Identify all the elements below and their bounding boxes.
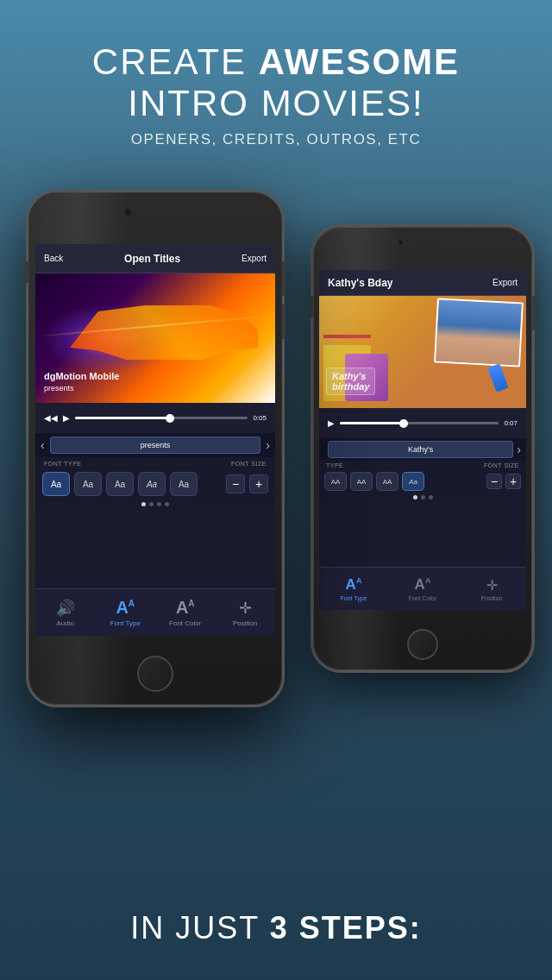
- sec-progress-bar[interactable]: [340, 422, 499, 424]
- phone-main-home[interactable]: [137, 656, 173, 692]
- font-size-minus-btn[interactable]: −: [226, 474, 245, 493]
- phone-secondary-title: Kathy's Bday: [328, 277, 393, 289]
- progress-fill: [75, 417, 170, 419]
- phone-secondary: Kathy's Bday Export Kathy'sbirthday: [310, 224, 535, 673]
- phone-main-screen: Back Open Titles Export dgMotion Mobile …: [35, 244, 275, 636]
- sec-font-btn-3[interactable]: AA: [376, 472, 398, 491]
- sec-font-size-minus[interactable]: −: [486, 474, 502, 489]
- phone-main-font-controls: FONT TYPE FONT SIZE Aa Aa Aa Aa Aa − +: [35, 457, 275, 509]
- phone-secondary-screen: Kathy's Bday Export Kathy'sbirthday: [319, 270, 526, 610]
- font-btn-2[interactable]: Aa: [74, 472, 102, 496]
- sec-font-type-icon: AA: [346, 576, 362, 594]
- phone-secondary-speaker: [410, 241, 448, 244]
- font-size-plus-btn[interactable]: +: [249, 474, 268, 493]
- toolbar-position[interactable]: ✛ Position: [216, 599, 276, 627]
- toolbar-position-label: Position: [233, 619, 257, 627]
- toolbar-font-color[interactable]: AA Font Color: [155, 598, 216, 627]
- phone-secondary-export-btn[interactable]: Export: [492, 278, 518, 287]
- phone-secondary-toolbar: AA Font Type AA Font Color ✛ Position: [319, 567, 526, 610]
- video-presenter-subtitle: presents: [44, 383, 119, 394]
- phone-main-side-btn-left: [25, 261, 28, 283]
- sec-dot-2: [421, 495, 425, 499]
- toolbar-audio-label: Audio: [57, 619, 74, 627]
- birthday-item1: [487, 363, 508, 392]
- font-type-label: FONT TYPE: [44, 461, 82, 467]
- sec-font-btn-1[interactable]: AA: [324, 472, 347, 491]
- sec-font-color-label: Font Color: [409, 595, 437, 601]
- sec-dot-1: [413, 495, 417, 499]
- toolbar-font-type-label: Font Type: [110, 619, 141, 627]
- sec-toolbar-font-color[interactable]: AA Font Color: [388, 576, 457, 601]
- phone-main-back-btn[interactable]: Back: [44, 254, 63, 263]
- toolbar-font-type[interactable]: AA Font Type: [96, 598, 156, 627]
- font-btn-5[interactable]: Aa: [170, 472, 198, 496]
- phone-main-export-btn[interactable]: Export: [242, 254, 267, 263]
- rewind-icon[interactable]: ◀◀: [44, 413, 58, 423]
- position-icon: ✛: [239, 599, 252, 618]
- phone-secondary-camera: [398, 239, 405, 246]
- top-section: CREATE AWESOME INTRO MOVIES! OPENERS, CR…: [0, 0, 552, 190]
- headline-create: CREATE: [92, 41, 247, 82]
- progress-bar[interactable]: [75, 417, 248, 419]
- sec-text-field[interactable]: Kathy's: [328, 441, 513, 458]
- phone-secondary-playback: ▶ 0:07: [319, 408, 526, 438]
- font-buttons-row: Aa Aa Aa Aa Aa − +: [35, 468, 275, 499]
- birthday-photo: [434, 298, 524, 367]
- phone-secondary-nav: Kathy's Bday Export: [319, 270, 526, 296]
- bottom-section: IN JUST 3 STEPS:: [0, 876, 552, 980]
- toolbar-font-color-label: Font Color: [169, 619, 201, 627]
- play-icon[interactable]: ▶: [63, 413, 70, 423]
- font-btn-4[interactable]: Aa: [138, 472, 166, 496]
- headline-awesome: AWESOME: [259, 41, 460, 82]
- sec-dot-indicators: [319, 493, 526, 501]
- phone-main-playback: ◀◀ ▶ 0:05: [35, 403, 275, 433]
- sec-toolbar-font-type[interactable]: AA Font Type: [319, 576, 388, 601]
- phone-main: Back Open Titles Export dgMotion Mobile …: [26, 190, 285, 707]
- sec-font-size-plus[interactable]: +: [505, 474, 521, 489]
- phone-secondary-font-controls: TYPE FONT SIZE AA AA AA Aa − +: [319, 460, 526, 501]
- video-preview-text: dgMotion Mobile presents: [44, 370, 119, 394]
- progress-thumb: [166, 414, 174, 423]
- font-btn-1[interactable]: Aa: [42, 472, 70, 496]
- phone-secondary-top: [398, 239, 448, 246]
- sec-position-label: Position: [481, 595, 503, 601]
- subheadline: OPENERS, CREDITS, OUTROS, ETC: [131, 131, 421, 148]
- bottom-text: IN JUST 3 STEPS:: [130, 910, 421, 946]
- sec-progress-fill: [340, 422, 404, 424]
- font-btn-3[interactable]: Aa: [106, 472, 134, 496]
- sec-font-row: AA AA AA Aa − +: [319, 469, 526, 493]
- bottom-text-prefix: IN JUST: [130, 910, 259, 945]
- phone-main-nav: Back Open Titles Export: [35, 244, 275, 273]
- headline: CREATE AWESOME INTRO MOVIES!: [92, 41, 460, 125]
- phone-secondary-side-left: [310, 296, 313, 317]
- phone-main-text-edit: ‹ presents ›: [35, 433, 275, 457]
- phone-secondary-home[interactable]: [407, 629, 438, 660]
- sec-font-btn-2[interactable]: AA: [350, 472, 373, 491]
- phone-main-side-btn-right2: [282, 305, 285, 339]
- dot-1: [141, 502, 146, 506]
- sec-dot-3: [429, 495, 433, 499]
- sec-font-size-label: FONT SIZE: [484, 462, 519, 468]
- birthday-photo-people: [436, 300, 522, 366]
- phone-main-camera: [124, 208, 133, 217]
- birthday-collage: Kathy'sbirthday: [319, 296, 526, 408]
- prev-text-btn[interactable]: ‹: [41, 438, 45, 452]
- text-field[interactable]: presents: [50, 437, 261, 454]
- sec-font-color-icon: AA: [415, 576, 431, 594]
- gift-ribbon: [323, 335, 371, 338]
- next-text-btn[interactable]: ›: [266, 438, 270, 452]
- sec-play-icon[interactable]: ▶: [328, 418, 335, 428]
- phone-main-toolbar: 🔊 Audio AA Font Type AA Font Color ✛ Pos…: [35, 588, 275, 636]
- dot-3: [157, 502, 161, 506]
- sec-font-type-label-btn: Font Type: [340, 595, 367, 601]
- sec-toolbar-position[interactable]: ✛ Position: [457, 577, 526, 601]
- bottom-text-bold: 3 STEPS:: [270, 910, 422, 945]
- sec-progress-thumb: [399, 419, 408, 428]
- sec-font-btn-4[interactable]: Aa: [402, 472, 424, 491]
- time-label: 0:05: [253, 414, 267, 422]
- font-labels-row: FONT TYPE FONT SIZE: [35, 457, 275, 468]
- sec-next-btn[interactable]: ›: [517, 443, 521, 456]
- headline-intro: INTRO MOVIES!: [128, 83, 423, 123]
- font-color-icon: AA: [176, 598, 195, 618]
- toolbar-audio[interactable]: 🔊 Audio: [35, 599, 96, 627]
